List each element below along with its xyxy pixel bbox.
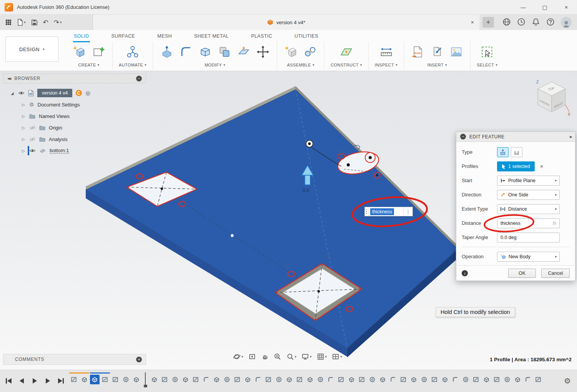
document-tab[interactable]: version 4 v4* × (93, 15, 479, 30)
timeline-item-extrude[interactable] (305, 375, 315, 384)
move-copy-icon[interactable] (255, 43, 271, 60)
timeline-item-extrude[interactable] (181, 375, 190, 384)
browser-row-document-settings[interactable]: ▷ ⚙ Document Settings (3, 99, 146, 110)
timeline-item-sketch[interactable] (471, 375, 481, 384)
tab-plastic[interactable]: PLASTIC (250, 32, 273, 42)
create-sketch-icon[interactable] (91, 43, 106, 60)
grid-and-snaps[interactable]: ▾ (317, 353, 327, 360)
timeline-item-hole[interactable] (461, 375, 471, 384)
insert-svg-icon[interactable]: SVG (410, 43, 426, 60)
group-select-label[interactable]: SELECT (477, 63, 494, 67)
browser-row-analysis[interactable]: ▷ Analysis (3, 133, 146, 145)
timeline-item-fillet[interactable] (253, 375, 263, 384)
display-settings[interactable]: ▾ (301, 353, 312, 360)
info-icon[interactable]: i (462, 270, 468, 276)
visibility-eye-icon[interactable] (18, 91, 25, 95)
inline-dimension-input[interactable]: thickness ⋮ (364, 207, 413, 216)
play-button[interactable] (30, 376, 39, 385)
browser-row-origin[interactable]: ▷ Origin (3, 122, 146, 133)
timeline-item-hole[interactable] (274, 375, 284, 384)
measure-icon[interactable] (379, 43, 394, 60)
construct-plane-icon[interactable] (339, 43, 354, 60)
zoom-tool[interactable] (274, 353, 281, 360)
new-tab-button[interactable]: + (482, 17, 494, 28)
window-minimize-button[interactable]: — (512, 0, 534, 14)
extensions-icon[interactable] (502, 18, 511, 27)
insert-mesh-icon[interactable] (429, 43, 445, 60)
timeline-item-sketch[interactable] (399, 375, 408, 384)
browser-header[interactable]: ◀◀ BROWSER − (3, 73, 146, 83)
user-avatar[interactable] (561, 17, 572, 28)
tab-surface[interactable]: SURFACE (111, 32, 136, 42)
timeline-item-extrude[interactable] (90, 375, 100, 384)
tab-solid[interactable]: SOLID (73, 32, 90, 42)
expand-open-icon[interactable]: ◢ (11, 91, 15, 95)
browser-row-bottom-body[interactable]: ▷ bottom:1 (3, 145, 146, 156)
tab-utilities[interactable]: UTILITIES (294, 32, 319, 42)
app-grid-icon[interactable] (5, 19, 12, 25)
view-cube[interactable]: Z TOP FRONT RIGHT X (532, 78, 571, 118)
timeline-item-sketch[interactable] (100, 375, 110, 384)
timeline-settings-gear-icon[interactable]: ⚙ (564, 376, 571, 385)
timeline-item-fillet[interactable] (523, 375, 533, 384)
timeline-item-sketch[interactable] (336, 375, 346, 384)
timeline-item-extrude[interactable] (212, 375, 221, 384)
pan-tool[interactable] (261, 353, 269, 360)
canvas-image-icon[interactable] (449, 43, 464, 60)
help-icon[interactable] (546, 18, 555, 27)
dialog-minimize-icon[interactable]: − (460, 134, 466, 140)
timeline-item-hole[interactable] (121, 375, 131, 384)
direction-dropdown[interactable]: One Side ▾ (497, 190, 560, 200)
clear-selection-icon[interactable]: × (540, 163, 543, 169)
expand-closed-icon[interactable]: ▷ (22, 126, 26, 130)
timeline-item-extrude[interactable] (347, 375, 356, 384)
type-thin-extrude-button[interactable] (511, 147, 522, 157)
timeline-item-sketch[interactable] (233, 375, 242, 384)
ok-button[interactable]: OK (508, 269, 536, 278)
group-insert-label[interactable]: INSERT (427, 63, 444, 67)
expand-closed-icon[interactable]: ▷ (22, 114, 26, 118)
browser-minimize-icon[interactable]: − (136, 76, 142, 81)
drag-grip-icon[interactable] (365, 207, 369, 216)
group-assemble-label[interactable]: ASSEMBLE (287, 63, 311, 67)
timeline-item-sketch[interactable] (357, 375, 367, 384)
timeline-item-sketch[interactable] (492, 375, 502, 384)
skip-to-start-button[interactable] (4, 376, 13, 385)
timeline-item-extrude[interactable] (440, 375, 450, 384)
root-document-name[interactable]: version 4 v4 (37, 89, 72, 97)
sketch-point-marker[interactable] (231, 234, 234, 238)
timeline-item-sketch[interactable] (160, 375, 170, 384)
new-component-icon[interactable] (283, 43, 299, 60)
joint-icon[interactable] (303, 43, 318, 60)
timeline-item-fillet[interactable] (201, 375, 211, 384)
timeline-item-extrude[interactable] (482, 375, 491, 384)
timeline-item-hole[interactable] (367, 375, 377, 384)
step-back-button[interactable] (17, 376, 26, 385)
dialog-header[interactable]: − EDIT FEATURE ▸▸ (456, 132, 575, 142)
timeline-item-fillet[interactable] (326, 375, 336, 384)
timeline-item-extrude[interactable] (150, 375, 159, 384)
job-status-clock-icon[interactable] (517, 18, 525, 27)
extent-type-dropdown[interactable]: Distance ▾ (497, 204, 560, 214)
add-comment-icon[interactable]: + (136, 357, 142, 362)
timeline-item-sketch[interactable] (534, 375, 543, 384)
timeline-item-sketch[interactable] (295, 375, 304, 384)
browser-root-row[interactable]: ◢ version 4 v4 ◎ (3, 87, 146, 99)
viewports[interactable]: ▾ (332, 353, 342, 360)
timeline-item-sketch[interactable] (264, 375, 273, 384)
timeline-item-extrude[interactable] (284, 375, 294, 384)
cancel-button[interactable]: Cancel (541, 269, 570, 278)
tab-mesh[interactable]: MESH (156, 32, 173, 42)
expand-closed-icon[interactable]: ▷ (22, 149, 26, 153)
window-close-button[interactable]: × (555, 0, 577, 14)
group-create-label[interactable]: CREATE (78, 63, 96, 67)
fillet-icon[interactable] (178, 43, 194, 60)
timeline-item-extrude[interactable] (378, 375, 387, 384)
timeline-item-fillet[interactable] (388, 375, 398, 384)
expand-closed-icon[interactable]: ▷ (22, 137, 26, 141)
look-at-tool[interactable] (248, 353, 256, 360)
window-maximize-button[interactable]: ▢ (534, 0, 555, 14)
start-dropdown[interactable]: Profile Plane ▾ (497, 176, 560, 186)
automate-icon[interactable] (125, 43, 140, 60)
step-forward-button[interactable] (43, 376, 52, 385)
